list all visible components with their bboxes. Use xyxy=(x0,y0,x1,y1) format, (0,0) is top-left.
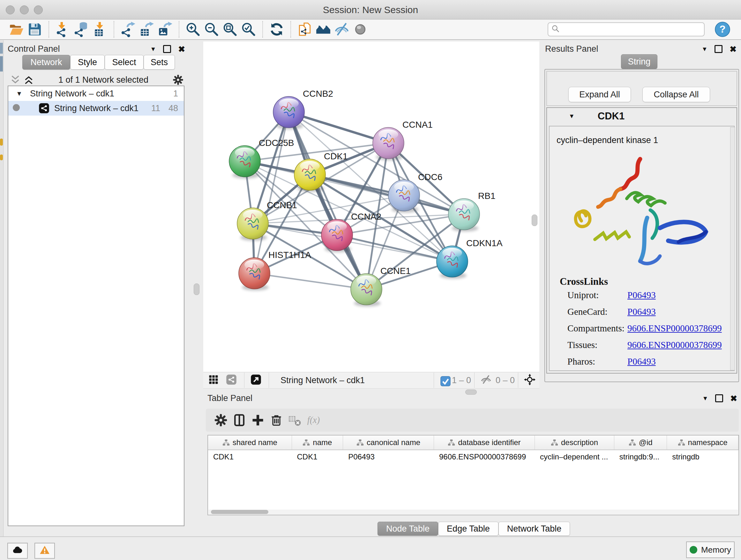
memory-button[interactable]: Memory xyxy=(686,542,735,558)
tab-sets[interactable]: Sets xyxy=(144,55,175,70)
crosslink-link[interactable]: 9606.ENSP00000378699 xyxy=(627,340,722,350)
help-button[interactable]: ? xyxy=(714,21,731,38)
results-panel-menu-icon[interactable]: ▼ xyxy=(701,46,708,53)
node-HIST1H1A[interactable]: HIST1H1A xyxy=(239,250,311,291)
crosslink-link[interactable]: P06493 xyxy=(627,356,656,367)
collapse-all-button[interactable]: Collapse All xyxy=(643,87,710,102)
table-cell[interactable]: 9606.ENSP00000378699 xyxy=(434,450,535,463)
node-CCNB1[interactable]: CCNB1 xyxy=(237,200,297,241)
right-splitter-grip[interactable] xyxy=(532,214,537,226)
tab-node-table[interactable]: Node Table xyxy=(378,522,438,536)
import-table-from-file-button[interactable] xyxy=(91,20,109,38)
expand-all-networks-icon[interactable] xyxy=(23,74,35,85)
tab-network-table[interactable]: Network Table xyxy=(498,522,570,536)
crosslink-link[interactable]: P06493 xyxy=(627,307,656,317)
toolbar-separator xyxy=(290,21,291,38)
table-cell[interactable]: CDK1 xyxy=(208,450,292,463)
control-panel-float-icon[interactable] xyxy=(163,45,171,53)
refresh-view-button[interactable] xyxy=(267,20,286,38)
table-cell[interactable]: cyclin–dependent ... xyxy=(535,450,614,463)
warnings-button[interactable] xyxy=(35,543,55,559)
cloud-button[interactable] xyxy=(7,543,28,559)
table-settings-button[interactable] xyxy=(212,411,230,429)
node-CCNA1[interactable]: CCNA1 xyxy=(373,120,433,160)
column-header-description[interactable]: description xyxy=(535,435,614,449)
node-CDC25B[interactable]: CDC25B xyxy=(229,138,294,179)
collapse-all-networks-icon[interactable] xyxy=(10,74,21,85)
crosslink-link[interactable]: P06493 xyxy=(627,290,656,300)
annotation-network-button[interactable] xyxy=(295,20,314,38)
toolbar-buttons xyxy=(7,20,369,38)
detach-view-icon[interactable] xyxy=(250,374,263,387)
results-scrollbar[interactable] xyxy=(730,127,735,370)
export-network-button[interactable] xyxy=(119,20,137,38)
control-panel-close-icon[interactable]: ✖ xyxy=(178,45,185,53)
network-collection-row[interactable]: ▼ String Network – cdk1 1 xyxy=(8,86,184,101)
column-header-shared-name[interactable]: shared name xyxy=(208,435,292,449)
table-scrollbar-thumb[interactable] xyxy=(211,510,268,514)
control-panel-menu-icon[interactable]: ▼ xyxy=(150,46,156,53)
zoom-fit-button[interactable] xyxy=(221,20,239,38)
search-input[interactable] xyxy=(560,24,701,34)
zoom-in-button[interactable] xyxy=(184,20,202,38)
selected-checkbox-icon[interactable] xyxy=(440,375,449,385)
tab-style[interactable]: Style xyxy=(70,55,105,70)
column-header-canonical-name[interactable]: canonical name xyxy=(343,435,434,449)
column-header-database-identifier[interactable]: database identifier xyxy=(434,435,535,449)
crosslink-row: Pharos:P06493 xyxy=(567,356,733,367)
crosslink-link[interactable]: 9606.ENSP00000378699 xyxy=(627,323,722,334)
node-CDKN1A[interactable]: CDKN1A xyxy=(436,238,502,279)
table-horizontal-scrollbar[interactable] xyxy=(208,509,738,514)
results-panel-close-icon[interactable]: ✖ xyxy=(730,45,737,53)
protein-structure-image xyxy=(555,147,733,272)
home-houses-button[interactable] xyxy=(314,20,333,38)
network-canvas[interactable]: CCNB2 CCNA1 CDC25B CDK1 CDC6 xyxy=(203,42,539,372)
network-overview-icon[interactable] xyxy=(226,374,239,387)
delete-column-button[interactable] xyxy=(267,411,286,429)
zoom-selected-button[interactable] xyxy=(239,20,258,38)
network-label: String Network – cdk1 xyxy=(54,104,151,113)
tab-network[interactable]: Network xyxy=(22,55,70,70)
table-panel-close-icon[interactable]: ✖ xyxy=(730,394,737,402)
import-network-from-database-button[interactable] xyxy=(72,20,91,38)
gene-section-caret-icon[interactable]: ▼ xyxy=(569,113,575,120)
open-session-button[interactable] xyxy=(7,20,25,38)
expand-all-button[interactable]: Expand All xyxy=(568,87,631,102)
export-image-button[interactable] xyxy=(156,20,174,38)
table-cell[interactable]: stringdb:9... xyxy=(614,450,667,463)
warning-icon xyxy=(39,545,50,557)
tab-string[interactable]: String xyxy=(621,54,657,69)
table-panel-float-icon[interactable] xyxy=(715,394,723,402)
left-splitter-grip[interactable] xyxy=(194,284,199,295)
show-columns-button[interactable] xyxy=(230,411,249,429)
table-cell[interactable]: CDK1 xyxy=(292,450,343,463)
export-table-button[interactable] xyxy=(137,20,156,38)
save-session-button[interactable] xyxy=(25,20,44,38)
tab-edge-table[interactable]: Edge Table xyxy=(438,522,498,536)
network-row[interactable]: String Network – cdk1 11 48 xyxy=(8,101,184,116)
node-RB1[interactable]: RB1 xyxy=(448,191,495,232)
selected-count: 1 – 0 xyxy=(452,375,471,385)
collection-caret-icon[interactable]: ▼ xyxy=(8,90,22,98)
table-panel-menu-icon[interactable]: ▼ xyxy=(702,395,708,402)
import-network-from-file-button[interactable] xyxy=(54,20,72,38)
grid-view-icon[interactable] xyxy=(208,374,220,387)
tab-select[interactable]: Select xyxy=(105,55,144,70)
table-cell[interactable]: P06493 xyxy=(343,450,434,463)
column-header--id[interactable]: @id xyxy=(614,435,667,449)
column-header-namespace[interactable]: namespace xyxy=(667,435,738,449)
hide-eye-button[interactable] xyxy=(333,20,351,38)
view-network-title: String Network – cdk1 xyxy=(280,375,422,385)
network-options-gear-icon[interactable] xyxy=(172,74,184,85)
main-toolbar: ? xyxy=(0,19,741,40)
sphere-eye-button[interactable] xyxy=(351,20,369,38)
add-column-button[interactable] xyxy=(249,411,267,429)
edge-HIST1H1A-CCNE1[interactable] xyxy=(254,273,366,289)
results-panel-float-icon[interactable] xyxy=(715,45,723,53)
function-builder-button: f(x) xyxy=(304,411,323,429)
node-label-CDC6: CDC6 xyxy=(418,172,442,182)
zoom-out-button[interactable] xyxy=(202,20,221,38)
column-header-name[interactable]: name xyxy=(292,435,343,449)
table-cell[interactable]: stringdb xyxy=(667,450,738,463)
birds-eye-toggle-icon[interactable] xyxy=(524,374,537,387)
